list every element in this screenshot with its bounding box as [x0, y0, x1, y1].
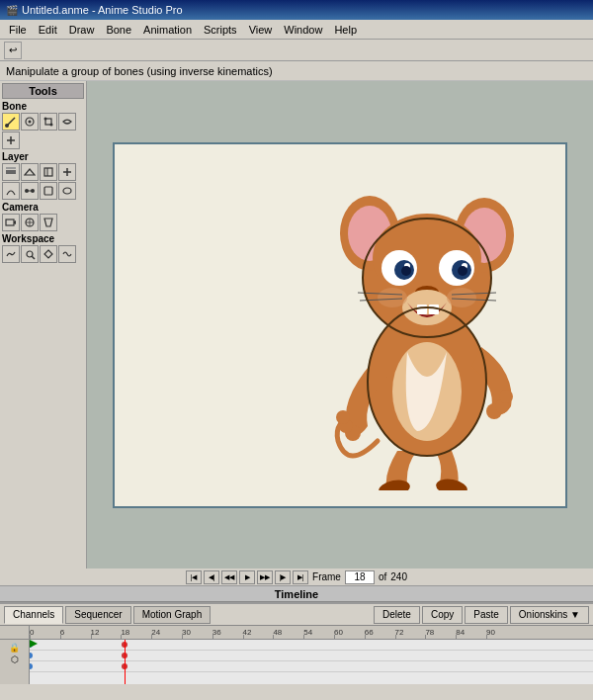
layer-tool-1[interactable] — [2, 163, 20, 181]
app-icon: 🎬 — [6, 5, 18, 16]
status-message: Manipulate a group of bones (using inver… — [6, 65, 273, 77]
ruler-left-pad — [0, 626, 30, 639]
track-row-1 — [30, 651, 593, 661]
bone-tool-1[interactable] — [2, 113, 20, 131]
play-btn[interactable]: ▶ — [239, 570, 255, 584]
menu-scripts[interactable]: Scripts — [199, 23, 242, 37]
camera-tool-3[interactable] — [40, 214, 57, 231]
ruler-mark-42: 42 — [243, 628, 252, 637]
go-to-end-btn[interactable]: ▶| — [293, 570, 308, 584]
layer-tool-2[interactable] — [21, 163, 39, 181]
ruler-mark-30: 30 — [182, 628, 191, 637]
step-back-btn[interactable]: ◀◀ — [221, 570, 237, 584]
timeline-tracks: 🔒 ⬡ — [0, 640, 593, 684]
tab-motion-graph[interactable]: Motion Graph — [133, 606, 212, 624]
timeline-label: Timeline — [275, 588, 318, 600]
track-icon-2[interactable]: ⬡ — [11, 655, 19, 664]
tools-header: Tools — [2, 83, 84, 99]
jerry-character — [318, 164, 526, 490]
layer-add[interactable] — [58, 163, 76, 181]
ruler-mark-54: 54 — [303, 628, 312, 637]
track-row-2 — [30, 661, 593, 672]
toolbar-row: ↩ — [0, 40, 593, 61]
layer-tool-8[interactable] — [58, 182, 76, 200]
frame-input[interactable] — [345, 570, 375, 584]
camera-tools-row1 — [2, 214, 84, 231]
transport-bar: |◀ ◀| ◀◀ ▶ ▶▶ |▶ ▶| Frame of 240 — [0, 569, 593, 586]
svg-point-30 — [336, 410, 350, 424]
workspace-label: Workspace — [2, 233, 84, 244]
ruler-mark-66: 66 — [365, 628, 374, 637]
onionskins-btn[interactable]: Onionskins ▼ — [510, 606, 589, 624]
svg-point-53 — [378, 288, 407, 307]
title-bar: 🎬 Untitled.anme - Anime Studio Pro — [0, 0, 593, 20]
workspace-tool-4[interactable] — [58, 245, 76, 263]
layer-tool-5[interactable] — [2, 182, 20, 200]
ruler-mark-24: 24 — [151, 628, 160, 637]
layer-tool-6[interactable] — [21, 182, 39, 200]
bone-tool-4[interactable] — [58, 113, 76, 131]
camera-tool-1[interactable] — [2, 214, 20, 231]
paste-btn[interactable]: Paste — [465, 606, 508, 624]
timeline-tabs: Channels Sequencer Motion Graph Delete C… — [0, 604, 593, 626]
svg-point-19 — [63, 188, 71, 194]
timeline-label-bar: Timeline — [0, 586, 593, 602]
menu-edit[interactable]: Edit — [34, 23, 62, 37]
menu-bone[interactable]: Bone — [101, 23, 136, 37]
menu-file[interactable]: File — [4, 23, 32, 37]
next-keyframe-btn[interactable]: |▶ — [275, 570, 291, 584]
svg-rect-55 — [417, 305, 427, 314]
layer-tool-7[interactable] — [40, 182, 57, 200]
of-label: of — [379, 571, 386, 582]
layer-tools-row1 — [2, 163, 84, 181]
window-title: Untitled.anme - Anime Studio Pro — [22, 4, 183, 16]
svg-point-5 — [44, 118, 47, 121]
canvas-area — [87, 81, 593, 569]
svg-rect-18 — [44, 187, 52, 195]
total-frames: 240 — [390, 571, 407, 582]
menu-view[interactable]: View — [244, 23, 278, 37]
left-panel: Tools Bone Layer — [0, 81, 87, 569]
ruler-mark-78: 78 — [425, 628, 434, 637]
tab-sequencer[interactable]: Sequencer — [65, 606, 130, 624]
keyframe-dot-1-0 — [30, 653, 33, 658]
track-icon-1[interactable]: 🔒 — [9, 643, 20, 653]
ruler-marks: 061218243036424854606672788490 — [30, 626, 593, 639]
keyframe-dot-2-0 — [30, 663, 33, 669]
bone-tool-2[interactable] — [21, 113, 39, 131]
go-to-start-btn[interactable]: |◀ — [186, 570, 202, 584]
bone-tool-5[interactable] — [2, 131, 20, 149]
prev-keyframe-btn[interactable]: ◀| — [204, 570, 219, 584]
bone-tool-3[interactable] — [40, 113, 57, 131]
svg-rect-11 — [44, 168, 52, 176]
workspace-tool-3[interactable] — [40, 245, 57, 263]
menu-window[interactable]: Window — [279, 23, 327, 37]
svg-rect-9 — [6, 170, 16, 174]
camera-tool-2[interactable] — [21, 214, 39, 231]
track-row-0 — [30, 640, 593, 651]
workspace-tool-2[interactable] — [21, 245, 39, 263]
track-content — [30, 640, 593, 684]
menu-draw[interactable]: Draw — [64, 23, 100, 37]
layer-label: Layer — [2, 151, 84, 162]
menu-animation[interactable]: Animation — [138, 23, 197, 37]
copy-btn[interactable]: Copy — [422, 606, 463, 624]
ruler-mark-12: 12 — [91, 628, 100, 637]
workspace-tool-1[interactable] — [2, 245, 20, 263]
menu-help[interactable]: Help — [329, 23, 362, 37]
tab-channels[interactable]: Channels — [4, 606, 63, 624]
layer-tool-3[interactable] — [40, 163, 57, 181]
workspace-tools-row1 — [2, 245, 84, 263]
ruler-mark-48: 48 — [273, 628, 282, 637]
timeline-section: Channels Sequencer Motion Graph Delete C… — [0, 602, 593, 700]
svg-point-6 — [50, 124, 53, 127]
playhead — [125, 640, 126, 684]
bone-tools-row1 — [2, 113, 84, 131]
delete-btn[interactable]: Delete — [374, 606, 420, 624]
ruler-mark-60: 60 — [334, 628, 343, 637]
ruler-mark-72: 72 — [395, 628, 404, 637]
main-content: Tools Bone Layer — [0, 81, 593, 569]
step-fwd-btn[interactable]: ▶▶ — [257, 570, 273, 584]
svg-point-49 — [401, 266, 411, 276]
toolbar-undo[interactable]: ↩ — [4, 42, 22, 59]
